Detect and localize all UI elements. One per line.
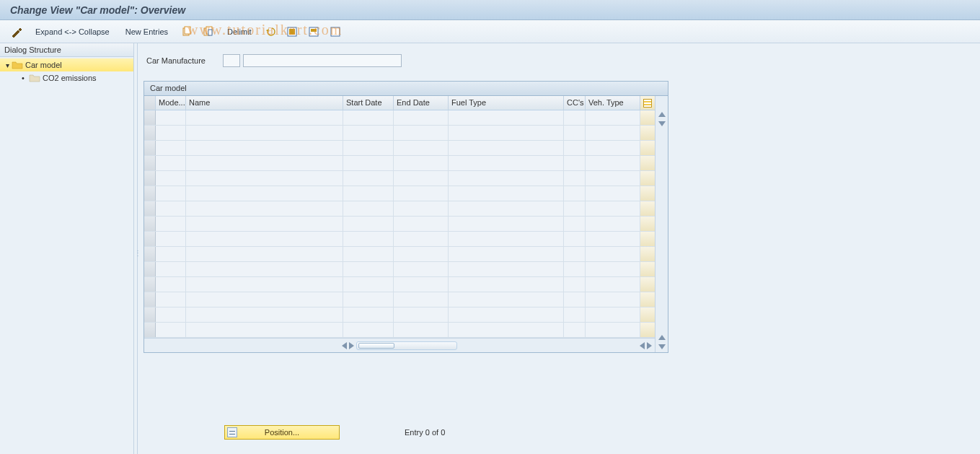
row-selector[interactable] — [144, 262, 156, 276]
vertical-scrollbar[interactable] — [655, 96, 668, 352]
scroll-down-icon[interactable] — [658, 121, 666, 126]
car-manufacture-desc-input[interactable] — [243, 54, 402, 67]
cell-end-date[interactable] — [394, 126, 449, 140]
row-selector[interactable] — [144, 217, 156, 231]
deselect-all-icon[interactable] — [326, 24, 345, 40]
cell-cc[interactable] — [564, 247, 586, 261]
cell-veh-type[interactable] — [586, 186, 640, 201]
row-selector[interactable] — [144, 292, 156, 307]
new-entries-button[interactable]: New Entries — [119, 24, 175, 40]
column-selector[interactable] — [144, 96, 156, 110]
cell-end-date[interactable] — [394, 156, 449, 170]
cell-fuel-type[interactable] — [449, 262, 564, 276]
cell-cc[interactable] — [564, 156, 586, 170]
hscroll-thumb[interactable] — [358, 343, 394, 349]
column-header-name[interactable]: Name — [186, 96, 343, 110]
undo-icon[interactable] — [261, 24, 280, 40]
cell-start-date[interactable] — [343, 126, 394, 140]
cell-cc[interactable] — [564, 110, 586, 125]
cell-veh-type[interactable] — [586, 171, 640, 185]
row-selector[interactable] — [144, 277, 156, 292]
cell-fuel-type[interactable] — [449, 201, 564, 216]
cell-mode[interactable] — [156, 141, 186, 155]
cell-mode[interactable] — [156, 323, 186, 337]
cell-start-date[interactable] — [343, 307, 394, 322]
cell-name[interactable] — [186, 247, 343, 261]
row-selector[interactable] — [144, 156, 156, 170]
wand-icon[interactable] — [7, 24, 26, 40]
cell-start-date[interactable] — [343, 186, 394, 201]
cell-end-date[interactable] — [394, 277, 449, 292]
cell-mode[interactable] — [156, 110, 186, 125]
table-row[interactable] — [144, 323, 655, 338]
table-row[interactable] — [144, 141, 655, 156]
table-row[interactable] — [144, 247, 655, 262]
cell-cc[interactable] — [564, 262, 586, 276]
scroll-up-icon[interactable] — [658, 112, 666, 117]
cell-fuel-type[interactable] — [449, 277, 564, 292]
column-header-end-date[interactable]: End Date — [394, 96, 449, 110]
cell-veh-type[interactable] — [586, 156, 640, 170]
cell-mode[interactable] — [156, 307, 186, 322]
cell-fuel-type[interactable] — [449, 323, 564, 337]
cell-fuel-type[interactable] — [449, 307, 564, 322]
cell-start-date[interactable] — [343, 277, 394, 292]
cell-name[interactable] — [186, 186, 343, 201]
cell-name[interactable] — [186, 126, 343, 140]
cell-fuel-type[interactable] — [449, 110, 564, 125]
scroll-left-icon[interactable] — [342, 342, 347, 349]
cell-veh-type[interactable] — [586, 262, 640, 276]
cell-end-date[interactable] — [394, 110, 449, 125]
cell-end-date[interactable] — [394, 217, 449, 231]
cell-start-date[interactable] — [343, 141, 394, 155]
cell-cc[interactable] — [564, 186, 586, 201]
row-selector[interactable] — [144, 186, 156, 201]
expand-collapse-button[interactable]: Expand <-> Collapse — [29, 24, 116, 40]
cell-name[interactable] — [186, 141, 343, 155]
cell-end-date[interactable] — [394, 171, 449, 185]
cell-cc[interactable] — [564, 201, 586, 216]
cell-veh-type[interactable] — [586, 323, 640, 337]
cell-fuel-type[interactable] — [449, 186, 564, 201]
cell-start-date[interactable] — [343, 171, 394, 185]
copy-icon[interactable] — [177, 24, 196, 40]
cell-name[interactable] — [186, 156, 343, 170]
tree-node-co2-emissions[interactable]: • CO2 emissions — [0, 71, 133, 84]
row-selector[interactable] — [144, 141, 156, 155]
cell-start-date[interactable] — [343, 232, 394, 246]
column-header-mode[interactable]: Mode... — [156, 96, 186, 110]
cell-name[interactable] — [186, 307, 343, 322]
cell-mode[interactable] — [156, 292, 186, 307]
cell-end-date[interactable] — [394, 201, 449, 216]
cell-end-date[interactable] — [394, 232, 449, 246]
cell-mode[interactable] — [156, 232, 186, 246]
cell-cc[interactable] — [564, 232, 586, 246]
row-selector[interactable] — [144, 110, 156, 125]
cell-mode[interactable] — [156, 247, 186, 261]
cell-start-date[interactable] — [343, 247, 394, 261]
cell-mode[interactable] — [156, 217, 186, 231]
cell-veh-type[interactable] — [586, 232, 640, 246]
expand-toggle-icon[interactable]: ▾ — [3, 61, 12, 69]
column-header-cc[interactable]: CC's — [564, 96, 586, 110]
cell-mode[interactable] — [156, 156, 186, 170]
cell-cc[interactable] — [564, 277, 586, 292]
cell-name[interactable] — [186, 262, 343, 276]
cell-cc[interactable] — [564, 217, 586, 231]
cell-fuel-type[interactable] — [449, 126, 564, 140]
column-header-veh-type[interactable]: Veh. Type — [586, 96, 640, 110]
table-row[interactable] — [144, 186, 655, 201]
cell-veh-type[interactable] — [586, 277, 640, 292]
table-row[interactable] — [144, 126, 655, 141]
cell-start-date[interactable] — [343, 217, 394, 231]
cell-fuel-type[interactable] — [449, 232, 564, 246]
select-block-icon[interactable] — [304, 24, 323, 40]
table-row[interactable] — [144, 232, 655, 247]
delimit-button[interactable]: Delimit — [221, 24, 258, 40]
cell-veh-type[interactable] — [586, 126, 640, 140]
row-selector[interactable] — [144, 307, 156, 322]
copy-all-icon[interactable] — [199, 24, 218, 40]
cell-name[interactable] — [186, 232, 343, 246]
column-header-fuel-type[interactable]: Fuel Type — [449, 96, 564, 110]
cell-cc[interactable] — [564, 141, 586, 155]
